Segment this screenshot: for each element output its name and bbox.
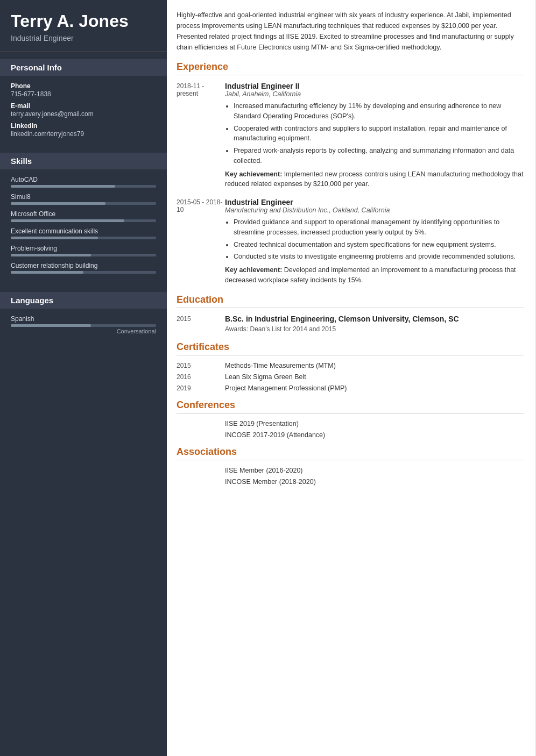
conf-date — [177, 431, 225, 439]
skill-bar-bg — [11, 271, 156, 274]
skill-item: Simul8 — [11, 193, 156, 205]
email-label: E-mail — [11, 102, 156, 110]
skill-bar-fill — [11, 271, 83, 274]
edu-awards: Awards: Dean's List for 2014 and 2015 — [225, 325, 524, 333]
phone-label: Phone — [11, 82, 156, 90]
bullet-item: Provided guidance and support to operati… — [234, 217, 524, 238]
main-content: Highly-effective and goal-oriented indus… — [167, 0, 536, 756]
language-item: Spanish Conversational — [11, 315, 156, 334]
experience-entry: 2018-11 - present Industrial Engineer II… — [177, 82, 524, 189]
skill-name: Simul8 — [11, 193, 156, 201]
certificates-list: 2015 Methods-Time Measurements (MTM) 201… — [177, 362, 524, 392]
education-entry: 2015 B.Sc. in Industrial Engineering, Cl… — [177, 315, 524, 333]
skill-bar-fill — [11, 202, 105, 205]
certificate-row: 2015 Methods-Time Measurements (MTM) — [177, 362, 524, 369]
languages-list: Spanish Conversational — [11, 315, 156, 334]
bullet-item: Prepared work-analysis reports by collec… — [234, 146, 524, 166]
entry-date: 2015-05 - 2018-10 — [177, 198, 225, 286]
entry-bullets: Increased manufacturing efficiency by 11… — [225, 101, 524, 166]
bullet-item: Cooperated with contractors and supplier… — [234, 124, 524, 144]
skill-bar-bg — [11, 185, 156, 188]
skill-bar-bg — [11, 237, 156, 239]
association-row: IISE Member (2016-2020) — [177, 467, 524, 474]
skill-name: AutoCAD — [11, 176, 156, 183]
key-achievement: Key achievement: Implemented new process… — [225, 169, 524, 190]
conferences-list: IISE 2019 (Presentation) INCOSE 2017-201… — [177, 420, 524, 439]
assoc-name: IISE Member (2016-2020) — [225, 467, 303, 474]
conferences-title: Conferences — [177, 400, 524, 413]
language-bar-bg — [11, 324, 156, 327]
associations-section: Associations IISE Member (2016-2020) INC… — [177, 446, 524, 486]
bullet-item: Created technical documentation and syst… — [234, 240, 524, 250]
entry-date: 2018-11 - present — [177, 82, 225, 189]
language-level: Conversational — [11, 328, 156, 334]
conferences-section: Conferences IISE 2019 (Presentation) INC… — [177, 400, 524, 439]
entry-bullets: Provided guidance and support to operati… — [225, 217, 524, 262]
personal-info-title: Personal Info — [0, 59, 167, 76]
associations-list: IISE Member (2016-2020) INCOSE Member (2… — [177, 467, 524, 486]
cert-date: 2019 — [177, 384, 225, 392]
entry-title: Industrial Engineer II — [225, 82, 524, 90]
personal-info-section: Personal Info Phone 715-677-1838 E-mail … — [0, 52, 167, 145]
bullet-item: Conducted site visits to investigate eng… — [234, 252, 524, 262]
conference-row: INCOSE 2017-2019 (Attendance) — [177, 431, 524, 439]
conf-name: IISE 2019 (Presentation) — [225, 420, 299, 427]
entry-content: Industrial Engineer Manufacturing and Di… — [225, 198, 524, 286]
skill-bar-fill — [11, 219, 124, 222]
skill-item: Customer relationship building — [11, 262, 156, 274]
associations-title: Associations — [177, 446, 524, 460]
skills-title: Skills — [0, 153, 167, 169]
skill-item: Excellent communication skills — [11, 227, 156, 239]
language-bar-fill — [11, 324, 91, 327]
certificates-title: Certificates — [177, 341, 524, 355]
entry-content: Industrial Engineer II Jabil, Anaheim, C… — [225, 82, 524, 189]
experience-section: Experience 2018-11 - present Industrial … — [177, 61, 524, 286]
skill-bar-bg — [11, 219, 156, 222]
certificates-section: Certificates 2015 Methods-Time Measureme… — [177, 341, 524, 392]
cert-date: 2016 — [177, 373, 225, 381]
skill-name: Problem-solving — [11, 245, 156, 252]
cert-date: 2015 — [177, 362, 225, 369]
bullet-item: Increased manufacturing efficiency by 11… — [234, 101, 524, 122]
skill-item: Problem-solving — [11, 245, 156, 256]
cert-name: Lean Six Sigma Green Belt — [225, 373, 306, 381]
language-name: Spanish — [11, 315, 156, 323]
skills-list: AutoCAD Simul8 Microsoft Office Excellen… — [11, 176, 156, 274]
education-title: Education — [177, 294, 524, 308]
entry-title: Industrial Engineer — [225, 198, 524, 206]
edu-content: B.Sc. in Industrial Engineering, Clemson… — [225, 315, 524, 333]
phone-value: 715-677-1838 — [11, 90, 156, 98]
conf-date — [177, 420, 225, 427]
education-list: 2015 B.Sc. in Industrial Engineering, Cl… — [177, 315, 524, 333]
assoc-name: INCOSE Member (2018-2020) — [225, 478, 316, 486]
candidate-name: Terry A. Jones — [11, 12, 156, 31]
association-row: INCOSE Member (2018-2020) — [177, 478, 524, 486]
skill-bar-fill — [11, 254, 91, 256]
skill-bar-fill — [11, 185, 115, 188]
key-achievement: Key achievement: Developed and implement… — [225, 265, 524, 286]
skill-name: Microsoft Office — [11, 210, 156, 218]
right-sidebar: Terry A. Jones Industrial Engineer Perso… — [0, 0, 167, 756]
conference-row: IISE 2019 (Presentation) — [177, 420, 524, 427]
entry-subtitle: Jabil, Anaheim, California — [225, 90, 524, 98]
conf-name: INCOSE 2017-2019 (Attendance) — [225, 431, 325, 439]
education-section: Education 2015 B.Sc. in Industrial Engin… — [177, 294, 524, 333]
experience-entry: 2015-05 - 2018-10 Industrial Engineer Ma… — [177, 198, 524, 286]
email-value: terry.avery.jones@gmail.com — [11, 110, 156, 118]
entry-subtitle: Manufacturing and Distribution Inc., Oak… — [225, 206, 524, 214]
certificate-row: 2016 Lean Six Sigma Green Belt — [177, 373, 524, 381]
skill-bar-bg — [11, 254, 156, 256]
assoc-date — [177, 478, 225, 486]
skills-section: Skills AutoCAD Simul8 Microsoft Office E… — [0, 145, 167, 284]
linkedin-label: LinkedIn — [11, 122, 156, 130]
experience-list: 2018-11 - present Industrial Engineer II… — [177, 82, 524, 286]
languages-section: Languages Spanish Conversational — [0, 284, 167, 343]
edu-title: B.Sc. in Industrial Engineering, Clemson… — [225, 315, 524, 323]
skill-bar-bg — [11, 202, 156, 205]
experience-title: Experience — [177, 61, 524, 75]
cert-name: Methods-Time Measurements (MTM) — [225, 362, 336, 369]
skill-name: Excellent communication skills — [11, 227, 156, 235]
skill-name: Customer relationship building — [11, 262, 156, 269]
certificate-row: 2019 Project Management Professional (PM… — [177, 384, 524, 392]
edu-date: 2015 — [177, 315, 225, 333]
